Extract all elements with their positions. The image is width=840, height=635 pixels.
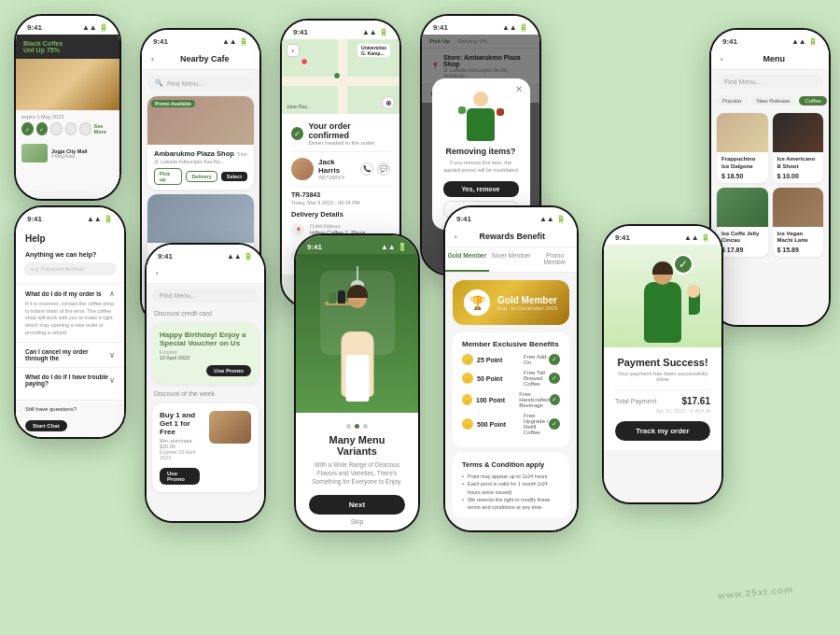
- menu-item-frap[interactable]: Frappuchino Ice Dalgone $ 18.50: [717, 113, 768, 183]
- driver-id: A87268XY: [318, 175, 356, 180]
- cafe-name-1: Ambarukmo Plaza Shop: [154, 149, 234, 158]
- menu-search[interactable]: Find Menu...: [717, 75, 823, 89]
- cafe-mini-sub-1: 4 Ring Road...: [51, 154, 114, 159]
- faq-q-text-3: What do I do if I have trouble paying?: [25, 374, 109, 387]
- benefit-row-1: 🪙 25 Point Free Add-On ✓: [462, 354, 560, 365]
- modal-illustration: [453, 90, 509, 141]
- signal-3: ▲▲ 🔋: [362, 28, 388, 36]
- menu-back-arrow[interactable]: ‹: [721, 55, 723, 64]
- promo1-date: 10 April 2023: [160, 355, 251, 360]
- watermark: www.25xt.com: [718, 584, 794, 600]
- expire-text: expire 1 May 2023: [21, 114, 114, 120]
- check-1: ✓: [549, 354, 560, 365]
- chat-icon[interactable]: 💬: [377, 162, 390, 176]
- filter-new-release[interactable]: New Release: [751, 96, 796, 106]
- outlet-dot: 📍: [291, 223, 304, 236]
- faq-answer-1: If it is incorrect, contact the coffee s…: [25, 301, 115, 336]
- discount-week-label: Discount of the week: [147, 388, 264, 400]
- cafe-card-info-1: Ambarukmo Plaza Shop 5 km JI. Laksda Adi…: [147, 145, 254, 190]
- time-6: 9:41: [27, 215, 42, 223]
- stamp-body: expire 1 May 2023 See More: [16, 110, 119, 142]
- term-3: We reserve the right to modify these ter…: [462, 496, 560, 512]
- promo-back[interactable]: ‹: [156, 269, 159, 277]
- vegan-price: $ 15.89: [777, 247, 819, 253]
- filter-coffee[interactable]: Coffee: [799, 96, 827, 106]
- driver-row: Jack Harris A87268XY 📞 💬: [291, 151, 390, 187]
- promo1-use-btn[interactable]: Use Promo: [206, 365, 251, 376]
- track-order-btn[interactable]: Track my order: [615, 421, 710, 441]
- promo-header: ‹: [147, 263, 264, 284]
- menu-item-iced[interactable]: Ice Americano B Shoot $ 10.00: [773, 113, 824, 183]
- select-btn-1[interactable]: Select: [221, 172, 247, 181]
- time-4: 9:41: [433, 23, 448, 32]
- terms-title: Terms & Condition apply: [462, 460, 560, 469]
- faq-item-1[interactable]: What do I do if my order is ∧ If it is i…: [16, 283, 124, 342]
- pickup-tag-1[interactable]: Pick up: [154, 168, 182, 185]
- promo-search[interactable]: Find Menu...: [152, 289, 259, 303]
- faq-item-2[interactable]: Can I cancel my order through the ∨: [16, 342, 124, 367]
- faq-item-3[interactable]: What do I do if I have trouble paying? ∨: [16, 367, 124, 392]
- terms-section: Terms & Condition apply Point may appear…: [453, 453, 569, 518]
- gold-member-card: 🏆 Gold Member Exp. on December 2023: [453, 280, 569, 325]
- filter-popular[interactable]: Popular: [717, 96, 748, 106]
- driver-avatar: [291, 158, 314, 180]
- tab-promo[interactable]: Promo Member: [533, 247, 577, 272]
- stamp-title: Black Coffee: [23, 40, 63, 47]
- phone-payment-success: 9:41 ▲▲ 🔋 ✓ Payment Success! Your paymen…: [602, 224, 723, 504]
- coin-icon-1: 🪙: [462, 354, 473, 365]
- menu-item-vegan[interactable]: Ice Vegan Machi Latte $ 15.89: [773, 188, 824, 258]
- help-search[interactable]: e.g 'Payment Method': [23, 262, 117, 275]
- skip-btn[interactable]: Skip: [309, 518, 405, 525]
- faq-arrow-3: ∨: [109, 376, 115, 385]
- points-1: 25 Point: [477, 357, 524, 363]
- desc-1: Free Add-On: [524, 354, 549, 365]
- time-2: 9:41: [153, 37, 168, 46]
- points-4: 500 Point: [477, 421, 524, 428]
- desc-3: Free Handcrafted Beverage: [519, 391, 550, 408]
- desc-2: Free Tall Brewed Coffee: [524, 370, 549, 387]
- term-2: Each point is valid for 1 month (x24 hou…: [462, 480, 560, 496]
- stamp-4: [65, 122, 77, 135]
- check-icon: ✓: [291, 127, 303, 140]
- faq-arrow-2: ∨: [109, 351, 115, 360]
- check-2: ✓: [549, 373, 560, 384]
- cafe-mini-img-1: [21, 144, 48, 162]
- delivery-tag-1[interactable]: Delivery: [186, 171, 217, 182]
- promo-badge-1: Promo Available: [151, 100, 195, 107]
- dot-1: [346, 424, 351, 429]
- tab-gold[interactable]: Gold Member: [445, 247, 489, 272]
- next-btn[interactable]: Next: [309, 495, 405, 515]
- dot-3: [363, 424, 368, 429]
- phone-icon[interactable]: 📞: [360, 162, 373, 176]
- stamp-2: [36, 122, 49, 135]
- modal-text: If you remove this item, the applied pro…: [443, 160, 519, 174]
- menu-item-jelly[interactable]: Ice Coffe Jelly Cincau $ 17.89: [717, 188, 768, 258]
- promo-section-credit: Discount credit card: [147, 307, 264, 319]
- search-placeholder: Find Menu...: [167, 80, 203, 87]
- signal-5: ▲▲ 🔋: [791, 37, 818, 46]
- phone-help: 9:41 ▲▲ 🔋 Help Anything we can help? e.g…: [14, 205, 126, 439]
- nearby-search[interactable]: 🔍 Find Menu...: [147, 76, 254, 91]
- signal-6: ▲▲ 🔋: [87, 215, 113, 223]
- promo2-use-btn[interactable]: Use Promo: [160, 468, 200, 485]
- close-icon[interactable]: ✕: [515, 84, 523, 94]
- cafe-sub-1: JI. Laksda Adisucipto Kav.No...: [154, 159, 247, 164]
- variants-sub: With a Wide Range of Delicious Flavors a…: [309, 460, 405, 486]
- start-chat-btn[interactable]: Start Chat: [25, 420, 67, 431]
- vegan-info: Ice Vegan Machi Latte $ 15.89: [773, 227, 824, 258]
- yes-remove-btn[interactable]: Yes, remove: [443, 181, 519, 197]
- signal-4: ▲▲ 🔋: [502, 23, 528, 32]
- frap-price: $ 18.50: [721, 173, 763, 179]
- see-more-link[interactable]: See More: [94, 123, 114, 134]
- phone-menu: 9:41 ▲▲ 🔋 ‹ Menu Find Menu... Popular Ne…: [709, 28, 831, 327]
- check-4: ✓: [549, 418, 560, 430]
- phone-variants: 9:41 ▲▲ 🔋: [294, 233, 420, 532]
- delivery-details-title: Delivery Details: [291, 210, 390, 219]
- gold-info: Gold Member Exp. on December 2023: [497, 295, 558, 311]
- tab-silver[interactable]: Silver Member: [489, 247, 533, 272]
- rewards-tabs: Gold Member Silver Member Promo Member: [445, 247, 577, 273]
- signal-7: ▲▲ 🔋: [227, 252, 253, 261]
- driver-icons: 📞 💬: [360, 162, 390, 176]
- back-arrow[interactable]: ‹: [151, 55, 154, 64]
- help-header: Help: [16, 226, 124, 251]
